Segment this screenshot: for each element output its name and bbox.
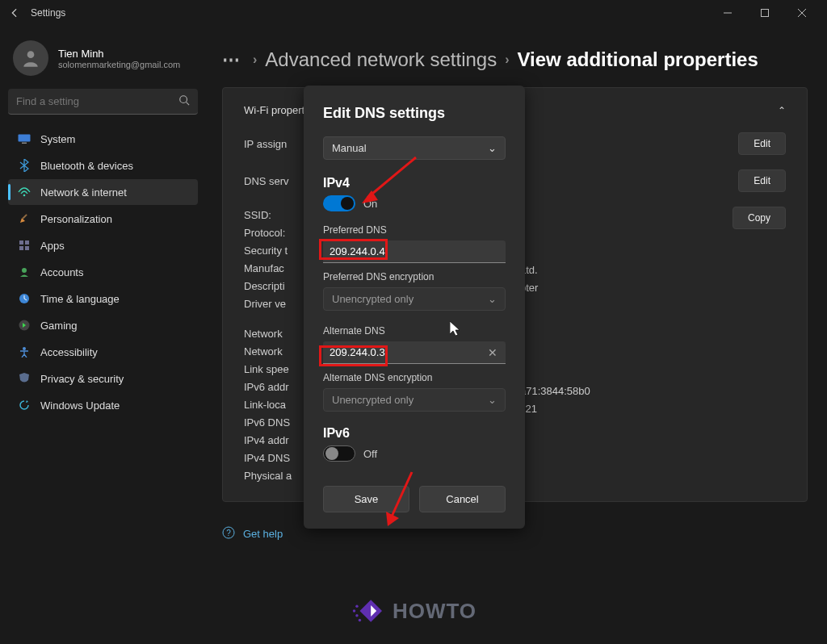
sidebar-item-label: Privacy & security [40, 373, 124, 385]
sidebar-item-personalization[interactable]: Personalization [8, 206, 198, 232]
svg-text:?: ? [226, 529, 231, 537]
sidebar-item-label: Apps [40, 240, 65, 252]
alternate-enc-label: Alternate DNS encryption [323, 372, 506, 383]
window-title: Settings [31, 7, 65, 19]
clear-input-icon[interactable]: ✕ [488, 346, 497, 359]
update-icon [18, 399, 31, 412]
kv-labels: SSID:Protocol:Security t ManufacDescript… [244, 207, 292, 485]
sidebar-item-accessibility[interactable]: Accessibility [8, 339, 198, 365]
chevron-right-icon: › [505, 52, 509, 67]
watermark: HOWTO [351, 592, 476, 629]
shield-icon [18, 372, 31, 385]
sidebar-item-privacy[interactable]: Privacy & security [8, 366, 198, 391]
svg-point-28 [359, 619, 361, 621]
sidebar-item-accounts[interactable]: Accounts [8, 259, 198, 285]
chevron-down-icon: ⌄ [488, 394, 497, 406]
sidebar-item-gaming[interactable]: Gaming [8, 312, 198, 338]
svg-rect-12 [25, 240, 29, 245]
avatar[interactable] [13, 40, 48, 76]
svg-point-4 [27, 51, 35, 58]
accessibility-icon [18, 345, 31, 358]
chevron-down-icon: ⌄ [488, 293, 497, 305]
svg-rect-14 [25, 246, 29, 250]
preferred-enc-label: Preferred DNS encryption [323, 271, 506, 282]
sidebar-item-label: Network & internet [40, 186, 127, 199]
dialog-title: Edit DNS settings [323, 105, 506, 122]
apps-icon [18, 239, 31, 252]
sidebar-item-label: Time & language [40, 293, 120, 305]
alternate-dns-input[interactable] [323, 341, 506, 364]
sidebar-item-apps[interactable]: Apps [8, 232, 198, 258]
sidebar-item-time[interactable]: Time & language [8, 286, 198, 312]
edit-ip-button[interactable]: Edit [738, 132, 786, 155]
edit-dns-dialog: Edit DNS settings Manual ⌄ IPv4 On Prefe… [304, 86, 525, 529]
breadcrumb-more-icon[interactable]: ⋯ [222, 49, 241, 70]
system-icon [18, 132, 31, 145]
sidebar-item-update[interactable]: Windows Update [8, 392, 198, 418]
copy-button[interactable]: Copy [733, 207, 786, 229]
watermark-text: HOWTO [393, 599, 476, 624]
svg-line-23 [392, 472, 412, 516]
svg-point-25 [355, 605, 358, 608]
svg-point-18 [23, 347, 26, 350]
get-help-link[interactable]: ? Get help [222, 526, 808, 542]
sidebar-item-system[interactable]: System [8, 126, 198, 152]
sidebar-item-label: System [40, 133, 75, 145]
preferred-enc-select[interactable]: Unencrypted only ⌄ [323, 287, 506, 311]
sidebar-item-label: Accounts [40, 266, 83, 278]
bluetooth-icon [18, 159, 31, 172]
annotation-arrow [355, 153, 420, 210]
user-email: solomenmarketing@gmail.com [58, 60, 180, 69]
preferred-dns-label: Preferred DNS [323, 224, 506, 236]
sidebar-nav: System Bluetooth & devices Network & int… [8, 126, 198, 418]
svg-line-21 [367, 157, 416, 198]
cancel-button[interactable]: Cancel [419, 486, 506, 512]
time-icon [18, 292, 31, 305]
user-name: Tien Minh [58, 48, 180, 60]
sidebar-item-label: Accessibility [40, 346, 98, 358]
sidebar-item-label: Bluetooth & devices [40, 160, 133, 172]
preferred-dns-input[interactable] [323, 240, 506, 263]
breadcrumb-advanced[interactable]: Advanced network settings [265, 48, 497, 71]
ipv4-toggle[interactable] [323, 195, 355, 211]
svg-point-26 [353, 609, 355, 612]
value-fragment: a71:3844:58b0 [520, 385, 590, 397]
personalization-icon [18, 212, 31, 225]
svg-rect-11 [19, 240, 23, 245]
svg-rect-7 [19, 135, 31, 142]
svg-rect-13 [19, 246, 23, 250]
chevron-up-icon[interactable]: ⌃ [778, 105, 786, 116]
network-icon [18, 186, 31, 199]
ipv6-toggle-label: Off [363, 448, 377, 460]
svg-rect-1 [762, 10, 769, 17]
chevron-down-icon: ⌄ [488, 142, 497, 154]
breadcrumb: ⋯ › Advanced network settings › View add… [222, 48, 808, 71]
minimize-button[interactable] [709, 0, 746, 26]
alternate-dns-label: Alternate DNS [323, 325, 506, 337]
gaming-icon [18, 319, 31, 332]
search-input[interactable] [16, 95, 178, 107]
edit-dns-button[interactable]: Edit [738, 169, 786, 192]
sidebar-item-label: Windows Update [40, 399, 120, 412]
breadcrumb-current: View additional properties [517, 48, 758, 71]
sidebar-item-network[interactable]: Network & internet [8, 179, 198, 205]
annotation-arrow [380, 468, 428, 533]
ipv6-toggle[interactable] [323, 445, 355, 462]
sidebar-item-bluetooth[interactable]: Bluetooth & devices [8, 153, 198, 178]
svg-point-27 [355, 614, 358, 617]
search-icon [178, 94, 190, 109]
svg-line-6 [187, 102, 190, 105]
ipv6-section-title: IPv6 [323, 426, 506, 441]
maximize-button[interactable] [746, 0, 783, 26]
help-icon: ? [222, 526, 235, 542]
accounts-icon [18, 266, 31, 278]
sidebar-item-label: Gaming [40, 320, 78, 332]
back-button[interactable] [6, 5, 23, 21]
search-input-wrap[interactable] [8, 89, 198, 115]
alternate-enc-select[interactable]: Unencrypted only ⌄ [323, 388, 506, 412]
close-button[interactable] [783, 0, 821, 26]
cursor-icon [450, 321, 463, 337]
svg-point-5 [180, 95, 187, 102]
svg-point-15 [22, 268, 27, 273]
svg-rect-8 [22, 143, 27, 144]
